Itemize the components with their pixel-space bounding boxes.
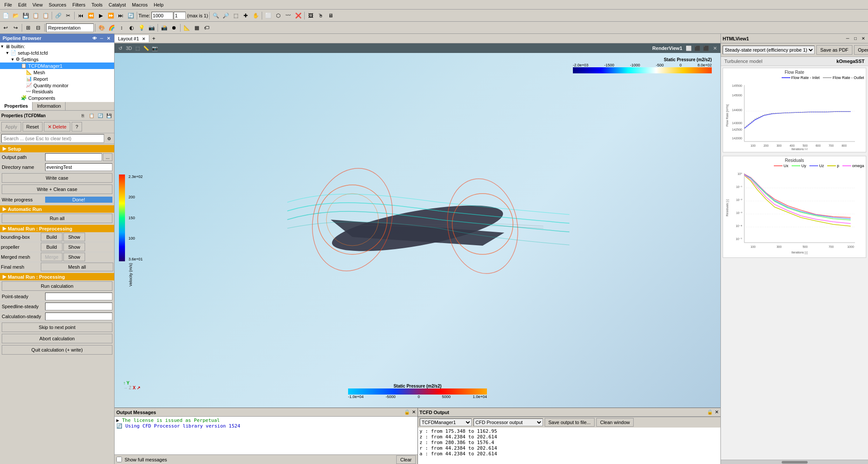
redo-btn[interactable]: ↪ [11,23,20,33]
output-messages-lock-icon[interactable]: 🔒 [404,409,410,415]
opacity-btn[interactable]: ◐ [127,23,136,33]
propeller-build-btn[interactable]: Build [41,243,62,251]
speedline-steady-input[interactable] [45,303,112,310]
play-btn[interactable]: ▶ [96,11,105,20]
propeller-show-btn[interactable]: Show [63,243,85,251]
tree-item-settings[interactable]: ▼ ⚙ Settings [0,56,114,63]
save-output-btn[interactable]: Save output to file... [545,418,595,427]
show-full-messages-checkbox[interactable] [116,457,122,462]
pipeline-close-icon[interactable]: ✕ [105,35,112,41]
menu-filters[interactable]: Filters [70,1,88,8]
poly-select-btn[interactable]: ⬡ [273,11,283,20]
last-frame-btn[interactable]: ⏭ [116,11,125,20]
first-frame-btn[interactable]: ⏮ [76,11,85,20]
bounding-box-build-btn[interactable]: Build [41,233,62,241]
rt-split-v-btn[interactable]: ⬛ [702,44,710,52]
tree-item-tcfdmanager1[interactable]: 📋 TCFDManager1 [0,63,114,69]
menu-help[interactable]: Help [151,1,166,8]
prop-copy-btn[interactable]: ⎘ [79,112,87,119]
pan-btn[interactable]: ✋ [251,11,260,20]
menu-edit[interactable]: Edit [16,1,29,8]
merged-mesh-merge-btn[interactable]: Merge [41,253,62,261]
zoom-btn[interactable]: 🔎 [221,11,230,20]
quit-calc-btn[interactable]: Quit calculation (+ write) [2,345,112,355]
tcfd-close-icon[interactable]: ✕ [715,409,719,415]
abort-calc-btn[interactable]: Abort calculation [2,334,112,343]
lights-btn[interactable]: 💡 [137,23,146,33]
tree-item-mesh[interactable]: 📐 Mesh [0,69,114,76]
reset-camera-btn[interactable]: 🔍 [211,11,220,20]
tree-item-report[interactable]: 📊 Report [0,76,114,82]
box-select-btn[interactable]: ⬜ [263,11,273,20]
grid-btn[interactable]: ▦ [192,23,201,33]
apply-button[interactable]: Apply [1,122,21,132]
skip-next-btn[interactable]: Skip to next point [2,322,112,332]
menu-file[interactable]: File [2,1,15,8]
disconnect-btn[interactable]: ✂ [63,11,73,20]
orient-btn[interactable]: ⊞ [23,23,33,33]
reset-button[interactable]: Reset [23,122,43,132]
load-state-btn[interactable]: 📋 [31,11,40,20]
rt-close-btn[interactable]: ✕ [711,44,719,52]
rt-ruler-btn[interactable]: 📏 [142,44,150,52]
colormap-btn[interactable]: 🌈 [107,23,116,33]
delete-button[interactable]: ✕ Delete [44,122,70,132]
tree-item-residuals[interactable]: 〰 Residuals [0,89,114,95]
tree-item-builtin[interactable]: ▼ 🖥 builtin: [0,43,114,49]
pipeline-min-icon[interactable]: ─ [99,35,105,41]
properties-search[interactable] [1,134,104,143]
layout-tab-close[interactable]: ✕ [142,36,145,41]
add-layout-btn[interactable]: + [149,34,158,43]
select-btn[interactable]: ⬚ [231,11,240,20]
tree-item-quantity-monitor[interactable]: 📈 Quantity monitor [0,82,114,89]
merged-mesh-show-btn[interactable]: Show [63,253,85,261]
final-mesh-btn[interactable]: Mesh all [41,263,113,271]
representation-dropdown[interactable]: Representation [46,23,94,32]
pipeline-eye-icon[interactable]: 👁 [92,35,98,41]
htmlview-max-icon[interactable]: □ [852,36,858,42]
rt-select-btn[interactable]: ⬚ [134,44,141,52]
search-settings-btn[interactable]: ⚙ [105,135,113,142]
axes-btn[interactable]: 📐 [182,23,191,33]
free-select-btn[interactable]: 〰 [283,11,293,20]
render-viewport[interactable]: ↺ 3D ⬚ 📏 📷 RenderView1 ⬜ ⬛ ⬛ ✕ [115,43,720,408]
time-step-input[interactable] [174,12,186,20]
save-btn[interactable]: 💾 [21,11,30,20]
output-messages-close-icon[interactable]: ✕ [412,409,416,415]
rescale-btn[interactable]: ↕ [117,23,126,33]
record-btn[interactable]: ⏺ [169,23,179,33]
rt-reset-btn[interactable]: ↺ [116,44,124,52]
tcfd-lock-icon[interactable]: 🔒 [707,409,713,415]
htmlview-close-icon[interactable]: ✕ [860,36,866,42]
layout-tab-1[interactable]: Layout #1 ✕ [115,35,149,42]
menu-sources[interactable]: Sources [46,1,69,8]
htmlview-min-icon[interactable]: ─ [845,36,851,42]
prop-save-btn[interactable]: 💾 [105,112,113,119]
rt-split-h-btn[interactable]: ⬛ [694,44,701,52]
color-btn[interactable]: 🎨 [97,23,106,33]
calc-steady-input[interactable] [45,313,112,320]
tree-item-setup-tcfd[interactable]: ▼ 📄 setup-tcfd.tcfd [0,49,114,56]
tcfd-manager-select[interactable]: TCFDManager1 [420,418,472,426]
prev-frame-btn[interactable]: ⏪ [86,11,95,20]
open-btn[interactable]: 📂 [11,11,20,20]
open-as-pdf-btn[interactable]: Open as PDF [854,45,868,55]
pick-btn[interactable]: ✚ [241,11,250,20]
help-button[interactable]: ? [72,122,82,132]
save-as-pdf-btn[interactable]: Save as PDF [816,45,852,55]
menu-tools[interactable]: Tools [89,1,105,8]
clear-button[interactable]: Clear [396,455,415,464]
bounding-box-show-btn[interactable]: Show [63,233,85,241]
render-btn[interactable]: 🖼 [306,11,316,20]
server-render-btn[interactable]: 🖥 [326,11,335,20]
prop-paste-btn[interactable]: 📋 [88,112,95,119]
menu-macros[interactable]: Macros [129,1,150,8]
output-path-browse[interactable]: ... [103,153,112,161]
run-all-btn[interactable]: Run all [2,214,112,223]
write-case-btn[interactable]: Write case [2,173,112,183]
tab-properties[interactable]: Properties [0,102,33,110]
rt-cam-btn[interactable]: 📷 [151,44,159,52]
rt-3d-btn[interactable]: 3D [125,44,133,52]
orient2-btn[interactable]: ⊟ [33,23,43,33]
directory-name-input[interactable] [45,163,112,171]
